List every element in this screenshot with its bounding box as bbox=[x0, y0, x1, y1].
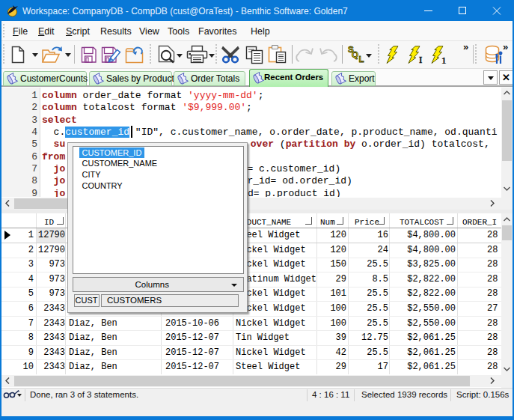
svg-text:1: 1 bbox=[441, 55, 447, 64]
svg-text:L: L bbox=[359, 55, 364, 64]
svg-text:Q: Q bbox=[352, 50, 358, 59]
svg-text:I: I bbox=[419, 54, 422, 64]
